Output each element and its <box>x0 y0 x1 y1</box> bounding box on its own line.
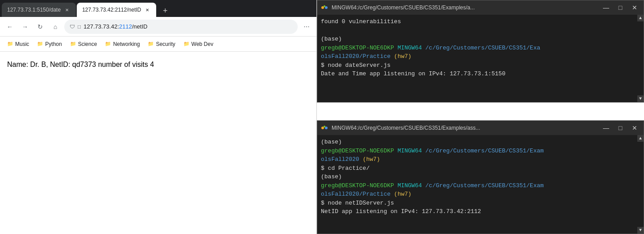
terminal-top-scroll-down[interactable]: ▼ <box>637 95 644 102</box>
terminal-bottom-window: MINGW64:/c/Greg/Customers/CSUEB/CS351/Ex… <box>317 120 644 234</box>
terminal-top-line-1: found 0 vulnerabilities <box>321 17 640 26</box>
svg-point-1 <box>324 5 325 7</box>
folder-icon-music: 📁 <box>7 41 13 47</box>
back-button[interactable]: ← <box>4 21 16 33</box>
terminal-top-scroll-up[interactable]: ▲ <box>637 15 644 21</box>
terminal-top-titlebar: MINGW64:/c/Greg/Customers/CSUEB/CS351/Ex… <box>317 0 644 15</box>
page-icon: □ <box>78 24 81 30</box>
bookmark-networking-label: Networking <box>113 41 140 47</box>
terminal-bottom-close[interactable]: ✕ <box>629 123 640 133</box>
home-button[interactable]: ⌂ <box>49 21 62 33</box>
folder-icon-security: 📁 <box>148 41 154 47</box>
terminal-bottom-line-6: $ node netIDServer.js <box>321 199 640 208</box>
svg-point-0 <box>321 6 324 9</box>
terminal-bottom-line-5: gregb@DESKTOP-NOE6DKP MINGW64 /c/Greg/Cu… <box>321 181 640 199</box>
terminal-top-title: MINGW64:/c/Greg/Customers/CSUEB/CS351/Ex… <box>332 4 597 11</box>
terminal-bottom-line-2: gregb@DESKTOP-NOE6DKP MINGW64 /c/Greg/Cu… <box>321 147 640 164</box>
reload-button[interactable]: ↻ <box>34 21 46 33</box>
terminal-top-body[interactable]: found 0 vulnerabilities (base) gregb@DES… <box>317 15 644 102</box>
nav-bar: ← → ↻ ⌂ 🛡 □ 127.73.73.42:2112/netID ··· <box>0 17 316 37</box>
bookmark-science-label: Science <box>78 41 97 47</box>
address-bar[interactable]: 🛡 □ 127.73.73.42:2112/netID <box>64 20 298 34</box>
terminal-top-window: MINGW64:/c/Greg/Customers/CSUEB/CS351/Ex… <box>317 0 644 103</box>
tab-bar: 127.73.73.1:5150/date ✕ 127.73.73.42:211… <box>0 0 316 17</box>
bookmark-networking[interactable]: 📁 Networking <box>101 39 143 49</box>
address-port: 2112 <box>119 23 132 30</box>
tab-1[interactable]: 127.73.73.1:5150/date ✕ <box>2 3 76 17</box>
terminal-bottom-titlebar: MINGW64:/c/Greg/Customers/CSUEB/CS351/Ex… <box>317 121 644 135</box>
terminal-bottom-line-4: (base) <box>321 172 640 181</box>
bookmark-webdev-label: Web Dev <box>191 41 213 47</box>
terminal-bottom-line-3: $ cd Practice/ <box>321 164 640 173</box>
page-content: Name: Dr. B, NetID: qd7373 number of vis… <box>0 52 316 78</box>
svg-point-5 <box>325 127 328 129</box>
security-shield-icon: 🛡 <box>70 24 75 30</box>
tab-2-label: 127.73.73.42:2112/netID <box>82 7 141 13</box>
terminal-top-maximize[interactable]: □ <box>615 2 626 13</box>
terminal-top-line-5: $ node dateServer.js <box>321 61 640 70</box>
bookmark-security[interactable]: 📁 Security <box>144 39 179 49</box>
bookmarks-bar: 📁 Music 📁 Python 📁 Science 📁 Networking … <box>0 37 316 52</box>
new-tab-button[interactable]: + <box>159 4 171 17</box>
bookmark-python-label: Python <box>45 41 62 47</box>
tab-2-close[interactable]: ✕ <box>144 6 151 13</box>
bookmark-python[interactable]: 📁 Python <box>33 39 65 49</box>
folder-icon-science: 📁 <box>70 41 76 47</box>
terminal-bottom-scroll-up[interactable]: ▲ <box>637 135 644 142</box>
page-text: Name: Dr. B, NetID: qd7373 number of vis… <box>7 61 154 68</box>
svg-point-4 <box>324 126 325 127</box>
folder-icon-networking: 📁 <box>105 41 111 47</box>
tab-2[interactable]: 127.73.73.42:2112/netID ✕ <box>77 3 156 17</box>
bookmark-security-label: Security <box>156 41 175 47</box>
terminal-top-line-2 <box>321 26 640 35</box>
terminal-top-line-6: Date and Time app listening on IPv4: 127… <box>321 70 640 78</box>
bookmark-music-label: Music <box>15 41 29 47</box>
bookmark-music[interactable]: 📁 Music <box>4 39 33 49</box>
terminal-bottom-scroll-down[interactable]: ▼ <box>637 227 644 234</box>
folder-icon-python: 📁 <box>37 41 43 47</box>
bookmark-science[interactable]: 📁 Science <box>66 39 101 49</box>
terminal-top-minimize[interactable]: — <box>601 2 611 13</box>
bookmark-webdev[interactable]: 📁 Web Dev <box>180 39 217 49</box>
more-menu-button[interactable]: ··· <box>300 21 313 33</box>
terminal-top-close[interactable]: ✕ <box>629 2 640 13</box>
folder-icon-webdev: 📁 <box>183 41 190 47</box>
terminal-bottom-line-1: (base) <box>321 138 640 147</box>
terminal-bottom-body[interactable]: (base) gregb@DESKTOP-NOE6DKP MINGW64 /c/… <box>317 135 644 234</box>
terminal-bottom-icon <box>321 124 328 131</box>
terminal-bottom-minimize[interactable]: — <box>601 123 611 133</box>
address-text: 127.73.73.42:2112/netID <box>83 23 147 30</box>
tab-1-close[interactable]: ✕ <box>63 6 71 13</box>
browser-window: 127.73.73.1:5150/date ✕ 127.73.73.42:211… <box>0 0 317 234</box>
tab-1-label: 127.73.73.1:5150/date <box>7 7 61 13</box>
terminal-bottom-line-7: NetID app listening on IPv4: 127.73.73.4… <box>321 207 640 216</box>
terminal-bottom-maximize[interactable]: □ <box>615 123 626 133</box>
svg-point-2 <box>325 6 328 9</box>
terminal-bottom-title: MINGW64:/c/Greg/Customers/CSUEB/CS351/Ex… <box>332 125 597 131</box>
terminal-top-line-3: (base) <box>321 35 640 44</box>
terminal-top-icon <box>321 4 328 11</box>
terminal-top-line-4: gregb@DESKTOP-NOE6DKP MINGW64 /c/Greg/Cu… <box>321 44 640 61</box>
forward-button[interactable]: → <box>19 21 31 33</box>
svg-point-3 <box>321 127 324 129</box>
